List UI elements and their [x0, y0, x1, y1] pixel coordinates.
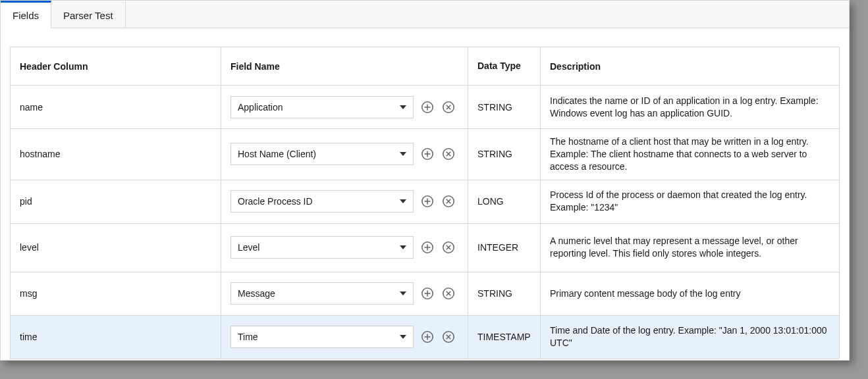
- table-row: time Time: [11, 315, 840, 359]
- cell-header-column: time: [11, 315, 221, 359]
- remove-icon[interactable]: [441, 330, 456, 344]
- field-name-dropdown[interactable]: Message: [231, 282, 414, 305]
- field-name-dropdown[interactable]: Application: [231, 96, 414, 118]
- data-type-value: STRING: [477, 149, 512, 159]
- field-name-controls: Application: [231, 96, 458, 118]
- th-description: Description: [541, 47, 840, 86]
- field-name-selected: Level: [238, 242, 259, 253]
- field-name-dropdown[interactable]: Time: [231, 326, 414, 348]
- remove-icon[interactable]: [441, 194, 456, 209]
- remove-icon[interactable]: [441, 100, 456, 114]
- header-column-value: name: [20, 102, 43, 113]
- field-name-dropdown[interactable]: Level: [231, 236, 414, 259]
- cell-description: Indicates the name or ID of an applicati…: [541, 86, 840, 129]
- cell-data-type: TIMESTAMP: [468, 315, 541, 359]
- tab-parser-test[interactable]: Parser Test: [51, 1, 126, 28]
- remove-icon[interactable]: [441, 147, 456, 161]
- field-name-selected: Time: [238, 332, 258, 342]
- tab-content: Header Column Field Name Data Type Descr…: [1, 28, 849, 359]
- add-icon[interactable]: [420, 100, 435, 114]
- header-column-value: level: [20, 242, 39, 253]
- add-icon[interactable]: [420, 330, 435, 344]
- field-name-selected: Host Name (Client): [238, 149, 316, 159]
- cell-header-column: pid: [11, 180, 221, 223]
- tab-label: Fields: [13, 10, 39, 21]
- field-name-selected: Application: [238, 102, 283, 113]
- field-name-dropdown[interactable]: Oracle Process ID: [231, 190, 414, 213]
- cell-header-column: msg: [11, 272, 221, 315]
- cell-header-column: hostname: [11, 129, 221, 180]
- cell-description: Primary content message body of the log …: [541, 272, 840, 315]
- cell-description: The hostname of a client host that may b…: [541, 129, 840, 180]
- fields-table: Header Column Field Name Data Type Descr…: [10, 47, 840, 359]
- cell-description: A numeric level that may represent a mes…: [541, 223, 840, 272]
- cell-field-name: Host Name (Client): [221, 129, 468, 180]
- th-data-type-text: Data Type: [477, 61, 521, 71]
- cell-data-type: STRING: [468, 272, 541, 315]
- field-name-selected: Oracle Process ID: [238, 196, 313, 207]
- cell-data-type: INTEGER: [468, 223, 541, 272]
- data-type-value: TIMESTAMP: [477, 332, 531, 342]
- th-data-type: Data Type: [468, 47, 541, 86]
- data-type-value: LONG: [477, 196, 504, 207]
- chevron-down-icon: [400, 105, 406, 109]
- table-row: msg Message: [11, 272, 840, 315]
- cell-header-column: level: [11, 223, 221, 272]
- cell-field-name: Oracle Process ID: [221, 180, 468, 223]
- add-icon[interactable]: [420, 240, 435, 255]
- field-name-controls: Message: [231, 282, 458, 305]
- table-row: name Application: [11, 86, 840, 129]
- description-value: Time and Date of the log entry. Example:…: [550, 325, 827, 348]
- add-icon[interactable]: [420, 147, 435, 161]
- add-icon[interactable]: [420, 286, 435, 301]
- th-field-name: Field Name: [221, 47, 468, 86]
- header-column-value: hostname: [20, 149, 60, 159]
- chevron-down-icon: [400, 335, 406, 339]
- data-type-value: STRING: [477, 288, 512, 299]
- th-header-column: Header Column: [11, 47, 221, 86]
- description-value: Process Id of the process or daemon that…: [550, 190, 807, 213]
- tabs-bar: Fields Parser Test: [1, 1, 849, 28]
- data-type-value: INTEGER: [477, 242, 518, 253]
- remove-icon[interactable]: [441, 240, 456, 255]
- add-icon[interactable]: [420, 194, 435, 209]
- table-row: pid Oracle Process ID: [11, 180, 840, 223]
- chevron-down-icon: [400, 199, 406, 203]
- field-name-selected: Message: [238, 288, 275, 299]
- table-header-row: Header Column Field Name Data Type Descr…: [11, 47, 840, 86]
- field-name-controls: Level: [231, 236, 458, 259]
- cell-field-name: Application: [221, 86, 468, 129]
- field-name-controls: Oracle Process ID: [231, 190, 458, 213]
- field-name-controls: Host Name (Client): [231, 143, 458, 165]
- tab-label: Parser Test: [63, 10, 113, 21]
- cell-data-type: LONG: [468, 180, 541, 223]
- field-name-controls: Time: [231, 326, 458, 348]
- chevron-down-icon: [400, 245, 406, 249]
- cell-field-name: Time: [221, 315, 468, 359]
- cell-header-column: name: [11, 86, 221, 129]
- description-value: Primary content message body of the log …: [550, 288, 740, 299]
- cell-data-type: STRING: [468, 129, 541, 180]
- cell-description: Time and Date of the log entry. Example:…: [541, 315, 840, 359]
- field-name-dropdown[interactable]: Host Name (Client): [231, 143, 414, 165]
- header-column-value: pid: [20, 196, 32, 207]
- description-value: A numeric level that may represent a mes…: [550, 236, 798, 259]
- cell-description: Process Id of the process or daemon that…: [541, 180, 840, 223]
- tab-fields[interactable]: Fields: [1, 1, 51, 28]
- remove-icon[interactable]: [441, 286, 456, 301]
- description-value: Indicates the name or ID of an applicati…: [550, 95, 819, 118]
- description-value: The hostname of a client host that may b…: [550, 136, 809, 172]
- chevron-down-icon: [400, 152, 406, 156]
- header-column-value: msg: [20, 288, 37, 299]
- table-row: hostname Host Name (Client): [11, 129, 840, 180]
- data-type-value: STRING: [477, 102, 512, 113]
- cell-field-name: Level: [221, 223, 468, 272]
- panel: Fields Parser Test Header Column Field N…: [0, 0, 850, 361]
- cell-data-type: STRING: [468, 86, 541, 129]
- cell-field-name: Message: [221, 272, 468, 315]
- table-row: level Level: [11, 223, 840, 272]
- chevron-down-icon: [400, 291, 406, 295]
- header-column-value: time: [20, 332, 37, 342]
